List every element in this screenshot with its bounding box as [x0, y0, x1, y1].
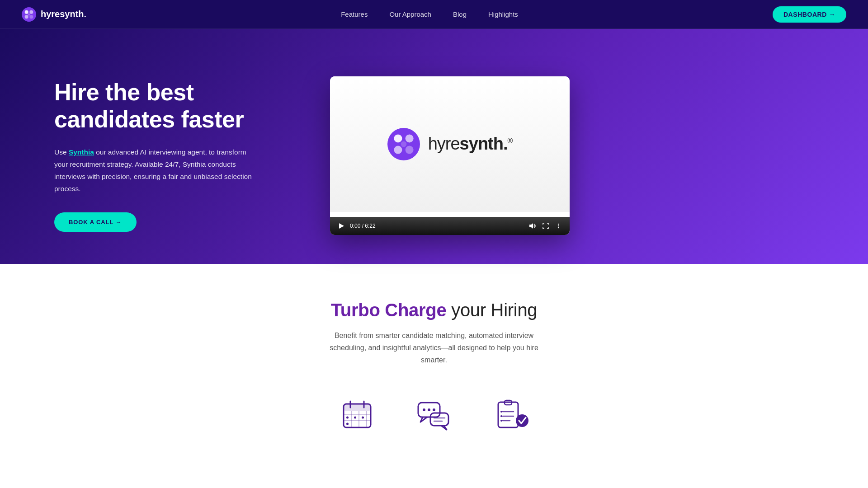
svg-point-27: [354, 416, 356, 418]
turbo-description: Benefit from smarter candidate matching,…: [316, 329, 552, 366]
video-logo-text: hyresynth.®: [428, 134, 513, 154]
svg-rect-18: [344, 404, 371, 411]
hero-title: Hire the best candidates faster: [54, 79, 289, 133]
svg-point-28: [346, 422, 349, 425]
svg-point-14: [558, 223, 559, 224]
svg-point-29: [362, 416, 364, 418]
logo-text: hyresynth.: [41, 9, 86, 19]
svg-point-43: [500, 411, 502, 413]
features-row: [54, 394, 814, 434]
svg-point-34: [433, 408, 435, 411]
video-logo: hyresynth.®: [387, 128, 513, 160]
hero-content: Hire the best candidates faster Use Synt…: [54, 79, 289, 231]
feature-scheduling: [337, 394, 377, 434]
svg-point-7: [394, 134, 402, 142]
more-options-button[interactable]: [554, 222, 562, 230]
turbo-title: Turbo Charge your Hiring: [54, 300, 814, 320]
svg-point-44: [500, 415, 502, 417]
video-thumbnail: hyresynth.®: [330, 76, 570, 212]
svg-point-32: [423, 408, 425, 411]
svg-point-10: [405, 145, 413, 154]
svg-point-39: [516, 414, 528, 427]
svg-point-16: [558, 227, 559, 228]
synthia-link[interactable]: Synthia: [69, 148, 94, 156]
svg-point-45: [500, 420, 502, 422]
svg-point-5: [28, 13, 30, 15]
play-button[interactable]: [337, 222, 345, 230]
nav-menu: Features Our Approach Blog Highlights: [341, 10, 518, 19]
nav-features[interactable]: Features: [341, 10, 368, 18]
turbo-section: Turbo Charge your Hiring Benefit from sm…: [0, 264, 868, 461]
video-logo-icon: [387, 128, 420, 160]
hero-section: Hire the best candidates faster Use Synt…: [0, 29, 868, 264]
feature-chat: [414, 394, 454, 434]
svg-point-8: [405, 134, 413, 142]
hero-description: Use Synthia our advanced AI interviewing…: [54, 146, 253, 195]
book-call-button[interactable]: BOOK A CALL →: [54, 212, 137, 232]
volume-button[interactable]: [528, 221, 537, 230]
chat-icon: [414, 394, 454, 434]
nav-blog[interactable]: Blog: [453, 10, 467, 18]
navbar: hyresynth. Features Our Approach Blog Hi…: [0, 0, 868, 29]
svg-point-15: [558, 225, 559, 226]
svg-rect-37: [498, 402, 518, 427]
video-progress-bar[interactable]: [330, 215, 570, 216]
svg-point-1: [25, 10, 28, 14]
scheduling-icon: [337, 394, 377, 434]
hero-video-area: hyresynth.® 0:00 / 6:22: [316, 76, 570, 235]
svg-point-26: [346, 416, 349, 418]
svg-point-9: [394, 145, 402, 154]
svg-point-2: [29, 10, 33, 14]
svg-point-3: [25, 15, 28, 19]
logo-icon: [22, 7, 36, 22]
svg-marker-13: [529, 223, 533, 229]
feature-checklist: [491, 394, 531, 434]
nav-highlights[interactable]: Highlights: [488, 10, 518, 18]
svg-point-11: [401, 141, 406, 147]
nav-our-approach[interactable]: Our Approach: [389, 10, 431, 18]
checklist-icon: [491, 394, 531, 434]
video-controls: 0:00 / 6:22: [330, 217, 570, 235]
turbo-title-rest: your Hiring: [446, 300, 537, 320]
turbo-title-accent: Turbo Charge: [331, 300, 447, 320]
dashboard-button[interactable]: DASHBOARD →: [773, 6, 846, 23]
fullscreen-button[interactable]: [542, 222, 550, 230]
svg-point-4: [29, 15, 33, 19]
svg-marker-12: [339, 223, 344, 229]
video-time: 0:00 / 6:22: [350, 223, 524, 229]
video-player: hyresynth.® 0:00 / 6:22: [330, 76, 570, 235]
svg-point-33: [428, 408, 430, 411]
logo-link[interactable]: hyresynth.: [22, 7, 86, 22]
